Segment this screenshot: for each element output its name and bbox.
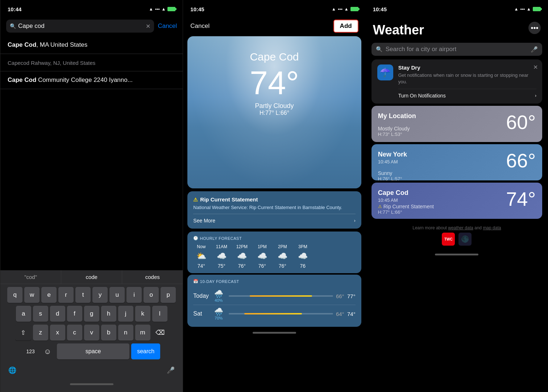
status-bar-2: 10:45 ▲ ▪▪▪ ▲ <box>183 0 365 16</box>
key-123[interactable]: 123 <box>23 343 38 359</box>
chevron-right-icon: › <box>354 218 356 223</box>
weather-list-title: Weather <box>373 22 424 38</box>
weather-temp: 74° <box>195 67 354 99</box>
key-m[interactable]: m <box>135 325 150 341</box>
key-a[interactable]: a <box>16 306 31 322</box>
status-icons-1: ▲ ▪▪▪ ▲ <box>149 7 176 12</box>
key-j[interactable]: j <box>118 306 133 322</box>
key-q[interactable]: q <box>7 287 22 303</box>
status-time-1: 10:44 <box>8 6 21 12</box>
key-s[interactable]: s <box>33 306 48 322</box>
key-w[interactable]: w <box>24 287 40 303</box>
key-z[interactable]: z <box>33 325 48 341</box>
notif-title: Stay Dry <box>398 64 536 71</box>
home-bar-1 <box>70 383 113 385</box>
search-input-value[interactable]: Cape cod <box>18 22 144 30</box>
rip-current-title-text: Rip Current Statement <box>200 196 258 203</box>
panel-weather-list: 10:45 ▲ ▪▪▪ ▲ Weather ••• 🔍 Search for a… <box>366 0 548 392</box>
search-result-3[interactable]: Cape Cod Community College 2240 Iyanno..… <box>0 71 183 89</box>
notif-action-row[interactable]: Turn On Notifications › <box>398 89 536 99</box>
search-input-wrap[interactable]: 🔍 Cape cod ✕ <box>6 20 154 33</box>
footer-map-data-link[interactable]: map data <box>483 225 501 230</box>
search-result-2[interactable]: Capecod Rahway, NJ, United States <box>0 54 183 71</box>
cape-cod-card[interactable]: Cape Cod 10:45 AM ⚠ Rip Current Statemen… <box>371 183 542 219</box>
wifi-icon-1: ▲ <box>161 7 166 12</box>
predictive-item-2[interactable]: code <box>61 270 122 284</box>
footer-text-1: Learn more about <box>412 225 448 230</box>
search-results-list: Cape Cod, MA United States Capecod Rahwa… <box>0 36 183 89</box>
key-h[interactable]: h <box>101 306 116 322</box>
key-l[interactable]: l <box>152 306 167 322</box>
see-more-text: See More <box>193 218 215 224</box>
home-bar-3 <box>435 254 478 255</box>
hourly-item-now: Now ⛅ 74° <box>193 244 209 269</box>
key-e[interactable]: e <box>41 287 57 303</box>
status-bar-1: 10:44 ▲ ▪▪▪ ▲ <box>0 0 183 16</box>
my-location-card[interactable]: My Location Mostly Cloudy H:73° L:53° 60… <box>371 106 542 142</box>
key-d[interactable]: d <box>50 306 65 322</box>
footer-weather-data-link[interactable]: weather data <box>448 225 473 230</box>
weather-hl: H:77° L:66° <box>195 110 354 116</box>
key-f[interactable]: f <box>67 306 82 322</box>
key-globe[interactable]: 🌐 <box>5 362 20 378</box>
hourly-icon-now: ⛅ <box>196 251 206 261</box>
cape-cod-condition: Rip Current Statement <box>383 204 434 209</box>
key-x[interactable]: x <box>50 325 65 341</box>
key-v[interactable]: v <box>84 325 99 341</box>
notif-chevron-icon: › <box>535 93 536 98</box>
key-n[interactable]: n <box>118 325 133 341</box>
hourly-item-1pm: 1PM ☁️ 76° <box>254 244 270 269</box>
hourly-icon-2pm: ☁️ <box>278 251 287 261</box>
weather-add-button[interactable]: Add <box>333 20 358 33</box>
search-result-1[interactable]: Cape Cod, MA United States <box>0 36 183 54</box>
status-time-2: 10:45 <box>190 6 204 12</box>
new-york-card[interactable]: New York 10:45 AM Sunny H:76° L:57° 66° <box>371 144 542 180</box>
predictive-item-3[interactable]: codes <box>122 270 183 284</box>
key-b[interactable]: b <box>101 325 116 341</box>
wifi-icon-3: ▲ <box>527 7 531 12</box>
see-more-row[interactable]: See More › <box>193 214 355 224</box>
more-button[interactable]: ••• <box>528 22 541 34</box>
weather-cancel-button[interactable]: Cancel <box>190 22 209 30</box>
key-p[interactable]: p <box>161 287 176 303</box>
search-bar-container: 🔍 Cape cod ✕ Cancel <box>0 16 183 36</box>
key-search[interactable]: search <box>131 343 160 359</box>
key-shift[interactable]: ⇧ <box>15 325 31 341</box>
key-row-2: a s d f g h j k l <box>1 306 182 322</box>
tenday-row-sat: Sat 🌧️ 70% 64° 74° <box>193 305 355 322</box>
hourly-time-12pm: 12PM <box>236 244 248 249</box>
cancel-button-search[interactable]: Cancel <box>158 22 177 30</box>
tenday-icon-today: 🌧️ <box>214 289 223 298</box>
location-icon-2: ▲ <box>332 7 336 12</box>
key-delete[interactable]: ⌫ <box>152 325 168 341</box>
key-o[interactable]: o <box>144 287 159 303</box>
cape-cod-warning-icon: ⚠ <box>378 204 382 209</box>
predictive-item-1[interactable]: "cod" <box>0 270 61 284</box>
weather-search-bar[interactable]: 🔍 Search for a city or airport 🎤 <box>371 43 542 56</box>
key-y[interactable]: y <box>92 287 108 303</box>
key-space[interactable]: space <box>57 343 129 359</box>
key-r[interactable]: r <box>58 287 74 303</box>
key-u[interactable]: u <box>109 287 125 303</box>
notif-body: Get notifications when rain or snow is s… <box>398 72 536 85</box>
tenday-low-sat: 64° <box>336 311 344 317</box>
tenday-temps-today: 66° 77° <box>336 293 356 299</box>
key-k[interactable]: k <box>135 306 150 322</box>
signal-icon-3: ▪▪▪ <box>520 7 525 12</box>
hourly-time-2pm: 2PM <box>278 244 287 249</box>
key-mic[interactable]: 🎤 <box>163 362 178 378</box>
key-c[interactable]: c <box>67 325 82 341</box>
hourly-icon-1pm: ☁️ <box>257 251 267 261</box>
hourly-icon-11am: ☁️ <box>217 251 227 261</box>
hourly-label: 🕐 HOURLY FORECAST <box>193 236 355 241</box>
key-t[interactable]: t <box>75 287 91 303</box>
clear-button[interactable]: ✕ <box>146 23 150 30</box>
key-g[interactable]: g <box>84 306 99 322</box>
key-i[interactable]: i <box>126 287 142 303</box>
key-emoji[interactable]: ☺ <box>40 343 55 359</box>
notif-close-button[interactable]: ✕ <box>533 64 538 71</box>
signal-icon-2: ▪▪▪ <box>338 7 342 12</box>
warning-icon: ⚠ <box>193 197 198 203</box>
key-row-1: q w e r t y u i o p <box>1 287 182 303</box>
hourly-temp-3pm: 76 <box>300 263 306 269</box>
